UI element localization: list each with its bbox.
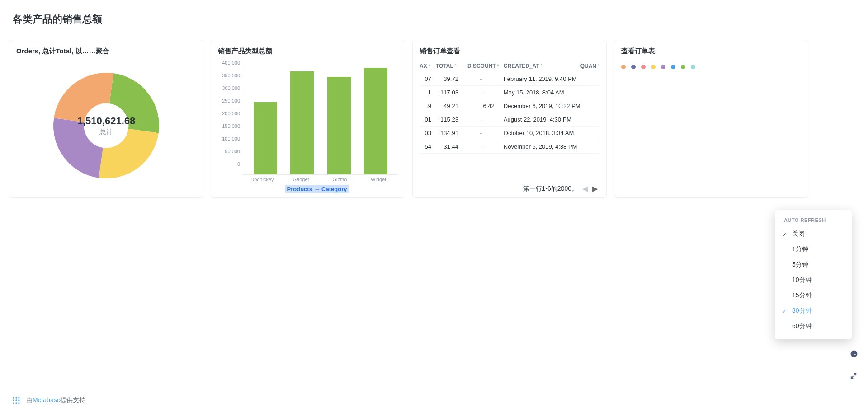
table-row[interactable]: 03134.91-October 10, 2018, 3:34 AM xyxy=(420,127,599,140)
metabase-logo-icon xyxy=(12,396,21,405)
refresh-option-label: 5分钟 xyxy=(792,261,808,269)
legend-dot[interactable] xyxy=(651,65,656,69)
legend-dot[interactable] xyxy=(621,65,626,69)
refresh-option[interactable]: ✓1分钟 xyxy=(775,242,852,257)
bar-xaxis: DoohickeyGadgetGizmoWidget xyxy=(218,177,398,182)
refresh-option-label: 10分钟 xyxy=(792,276,812,284)
orders-table: AX˄TOTAL˄DISCOUNT˄CREATED_AT˄QUAN˄ 0739.… xyxy=(420,60,599,154)
column-quan[interactable]: QUAN˄ xyxy=(580,60,599,72)
refresh-option[interactable]: ✓10分钟 xyxy=(775,272,852,288)
column-discount[interactable]: DISCOUNT˄ xyxy=(467,60,504,72)
legend-dot[interactable] xyxy=(631,65,636,69)
legend-dot[interactable] xyxy=(671,65,675,69)
legend-dot[interactable] xyxy=(681,65,685,69)
card-legend-title: 查看订单表 xyxy=(621,47,801,56)
refresh-option[interactable]: ✓15分钟 xyxy=(775,288,852,303)
card-donut-title: Orders, 总计Total, 以……聚合 xyxy=(16,47,196,56)
table-row[interactable]: 0739.72-February 11, 2019, 9:40 PM xyxy=(420,72,599,86)
table-pager: 第一行1-6的2000。 ◀ ▶ xyxy=(420,179,599,193)
card-bar-title: 销售产品类型总额 xyxy=(218,47,398,56)
page-title: 各类产品的销售总额 xyxy=(0,0,868,31)
card-table-title: 销售订单查看 xyxy=(420,47,599,56)
refresh-option-label: 1分钟 xyxy=(792,245,808,253)
pager-text: 第一行1-6的2000。 xyxy=(523,185,578,193)
refresh-option-label: 60分钟 xyxy=(792,322,812,330)
refresh-option-label: 15分钟 xyxy=(792,291,812,300)
donut-chart: 1,510,621.68 总计 xyxy=(16,60,196,191)
card-legend[interactable]: 查看订单表 xyxy=(614,40,808,198)
refresh-option[interactable]: ✓60分钟 xyxy=(775,319,852,334)
donut-label: 总计 xyxy=(77,128,135,136)
refresh-option-label: 30分钟 xyxy=(792,307,812,315)
table-row[interactable]: 01115.23-August 22, 2019, 4:30 PM xyxy=(420,113,599,127)
pager-next-button[interactable]: ▶ xyxy=(592,185,598,192)
svg-point-10 xyxy=(18,399,19,401)
check-icon: ✓ xyxy=(782,231,788,238)
bar-plot xyxy=(243,60,398,175)
table-row[interactable]: .1117.03-May 15, 2018, 8:04 AM xyxy=(420,86,599,99)
svg-point-12 xyxy=(15,402,17,404)
footer: 由Metabase提供支持 xyxy=(0,388,868,413)
refresh-option[interactable]: ✓关闭 xyxy=(775,226,852,242)
column-created_at[interactable]: CREATED_AT˄ xyxy=(504,60,580,72)
footer-text: 由Metabase提供支持 xyxy=(26,396,85,404)
bar-Gizmo[interactable] xyxy=(327,77,351,174)
check-icon: ✓ xyxy=(782,308,788,314)
metabase-link[interactable]: Metabase xyxy=(33,396,60,404)
svg-point-11 xyxy=(13,402,14,404)
legend-dot[interactable] xyxy=(691,65,695,69)
table-row[interactable]: 5431.44-November 6, 2019, 4:38 PM xyxy=(420,140,599,154)
legend-dots xyxy=(621,60,801,69)
fullscreen-icon[interactable] xyxy=(850,372,859,381)
bar-yaxis: 050,000100,000150,000200,000250,000300,0… xyxy=(218,60,243,175)
refresh-option-label: 关闭 xyxy=(792,230,805,238)
legend-dot[interactable] xyxy=(661,65,665,69)
svg-point-7 xyxy=(18,397,19,399)
svg-point-9 xyxy=(15,399,17,401)
card-bar[interactable]: 销售产品类型总额 050,000100,000150,000200,000250… xyxy=(211,40,405,198)
auto-refresh-header: AUTO REFRESH xyxy=(775,216,852,226)
dashboard-grid: Orders, 总计Total, 以……聚合 1,510,621.68 总计 销… xyxy=(0,31,868,207)
bar-Widget[interactable] xyxy=(364,68,387,174)
table-row[interactable]: .949.216.42December 6, 2019, 10:22 PM xyxy=(420,99,599,113)
card-donut[interactable]: Orders, 总计Total, 以……聚合 1,510,621.68 总计 xyxy=(9,40,203,198)
svg-point-5 xyxy=(13,397,14,399)
bar-Gadget[interactable] xyxy=(290,71,314,174)
donut-value: 1,510,621.68 xyxy=(77,115,135,127)
refresh-option[interactable]: ✓30分钟 xyxy=(775,303,852,319)
svg-point-8 xyxy=(13,399,14,401)
pager-prev-button[interactable]: ◀ xyxy=(582,185,588,192)
column-ax[interactable]: AX˄ xyxy=(420,60,436,72)
refresh-option[interactable]: ✓5分钟 xyxy=(775,257,852,272)
bar-caption: Products → Category xyxy=(218,185,398,193)
legend-dot[interactable] xyxy=(641,65,646,69)
bar-Doohickey[interactable] xyxy=(254,102,277,174)
svg-point-6 xyxy=(15,397,17,399)
svg-point-13 xyxy=(18,402,19,404)
auto-refresh-menu[interactable]: AUTO REFRESH ✓关闭✓1分钟✓5分钟✓10分钟✓15分钟✓30分钟✓… xyxy=(775,210,852,339)
card-table[interactable]: 销售订单查看 AX˄TOTAL˄DISCOUNT˄CREATED_AT˄QUAN… xyxy=(412,40,607,198)
column-total[interactable]: TOTAL˄ xyxy=(436,60,467,72)
clock-icon[interactable] xyxy=(850,350,859,359)
